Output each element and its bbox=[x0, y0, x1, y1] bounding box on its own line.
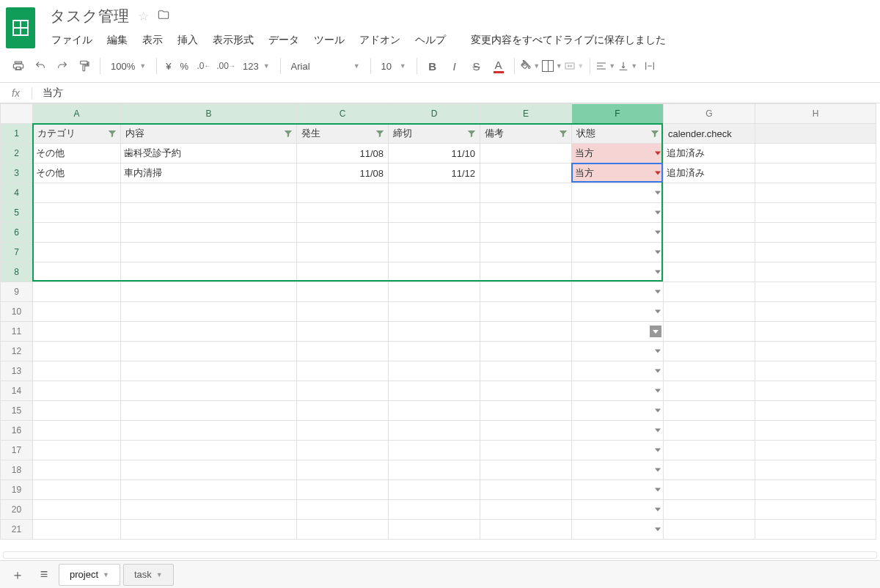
cell-H19[interactable] bbox=[755, 480, 876, 500]
cell-A12[interactable] bbox=[33, 342, 121, 361]
cell-A6[interactable] bbox=[33, 223, 121, 243]
cell-C4[interactable] bbox=[297, 183, 389, 203]
cell-F20[interactable] bbox=[572, 500, 664, 520]
cell-B9[interactable] bbox=[121, 282, 297, 302]
cell-E16[interactable] bbox=[480, 421, 572, 441]
cell-B4[interactable] bbox=[121, 183, 297, 203]
cell-E19[interactable] bbox=[480, 480, 572, 500]
row-header-14[interactable]: 14 bbox=[1, 381, 33, 401]
sheet-tab-project[interactable]: project▼ bbox=[59, 564, 120, 586]
cell-A4[interactable] bbox=[33, 183, 121, 203]
cell-H17[interactable] bbox=[755, 441, 876, 460]
row-header-9[interactable]: 9 bbox=[1, 282, 33, 302]
merge-cells-button[interactable]: ▼ bbox=[563, 56, 585, 76]
cell-H4[interactable] bbox=[755, 183, 876, 203]
cell-D21[interactable] bbox=[389, 520, 480, 540]
cell-H12[interactable] bbox=[755, 342, 876, 361]
cell-E3[interactable] bbox=[480, 163, 572, 183]
cell-C17[interactable] bbox=[297, 441, 389, 460]
column-header-E[interactable]: E bbox=[480, 104, 572, 124]
cell-G6[interactable] bbox=[664, 223, 755, 243]
dropdown-caret-icon[interactable] bbox=[655, 251, 661, 254]
cell-C18[interactable] bbox=[297, 460, 389, 480]
cell-H11[interactable] bbox=[755, 322, 876, 342]
cell-C2[interactable]: 11/08 bbox=[297, 144, 389, 163]
cell-F12[interactable] bbox=[572, 342, 664, 361]
header-cell-A[interactable]: カテゴリ bbox=[33, 124, 121, 144]
add-sheet-button[interactable]: ＋ bbox=[6, 564, 29, 586]
decrease-decimal-icon[interactable]: .0← bbox=[193, 56, 215, 76]
cell-B13[interactable] bbox=[121, 361, 297, 381]
cell-D7[interactable] bbox=[389, 243, 480, 262]
cell-B2[interactable]: 歯科受診予約 bbox=[121, 144, 297, 163]
cell-D10[interactable] bbox=[389, 302, 480, 322]
sheet-tab-task[interactable]: task▼ bbox=[123, 564, 174, 586]
cell-E15[interactable] bbox=[480, 401, 572, 421]
cell-F4[interactable] bbox=[572, 183, 664, 203]
dropdown-caret-icon[interactable] bbox=[655, 290, 661, 294]
cell-E11[interactable] bbox=[480, 322, 572, 342]
cell-A2[interactable]: その他 bbox=[33, 144, 121, 163]
italic-button[interactable]: I bbox=[444, 56, 466, 76]
menu-tools[interactable]: ツール bbox=[307, 31, 352, 50]
cell-C14[interactable] bbox=[297, 381, 389, 401]
cell-F3[interactable]: 当方 bbox=[572, 163, 664, 183]
cell-E5[interactable] bbox=[480, 203, 572, 223]
cell-G4[interactable] bbox=[664, 183, 755, 203]
cell-B10[interactable] bbox=[121, 302, 297, 322]
cell-H7[interactable] bbox=[755, 243, 876, 262]
dropdown-caret-icon[interactable] bbox=[655, 350, 661, 353]
cell-F8[interactable] bbox=[572, 262, 664, 282]
cell-E17[interactable] bbox=[480, 441, 572, 460]
row-header-15[interactable]: 15 bbox=[1, 401, 33, 421]
cell-E12[interactable] bbox=[480, 342, 572, 361]
cell-C3[interactable]: 11/08 bbox=[297, 163, 389, 183]
fill-color-button[interactable]: ▼ bbox=[519, 56, 541, 76]
undo-icon[interactable] bbox=[29, 56, 51, 76]
dropdown-caret-icon[interactable] bbox=[655, 152, 661, 155]
cell-G5[interactable] bbox=[664, 203, 755, 223]
font-select[interactable]: Arial▼ bbox=[285, 56, 366, 76]
dropdown-caret-icon[interactable] bbox=[655, 310, 661, 314]
column-header-B[interactable]: B bbox=[121, 104, 297, 124]
borders-button[interactable]: ▼ bbox=[541, 56, 563, 76]
star-icon[interactable]: ☆ bbox=[138, 9, 149, 24]
cell-C11[interactable] bbox=[297, 322, 389, 342]
more-formats[interactable]: 123▼ bbox=[237, 56, 276, 76]
text-color-button[interactable]: A bbox=[488, 56, 510, 76]
header-cell-D[interactable]: 締切 bbox=[389, 124, 480, 144]
row-header-12[interactable]: 12 bbox=[1, 342, 33, 361]
cell-C19[interactable] bbox=[297, 480, 389, 500]
cell-G16[interactable] bbox=[664, 421, 755, 441]
cell-D2[interactable]: 11/10 bbox=[389, 144, 480, 163]
cell-F15[interactable] bbox=[572, 401, 664, 421]
cell-E13[interactable] bbox=[480, 361, 572, 381]
cell-C13[interactable] bbox=[297, 361, 389, 381]
cell-D8[interactable] bbox=[389, 262, 480, 282]
all-sheets-button[interactable]: ≡ bbox=[32, 564, 56, 586]
cell-A15[interactable] bbox=[33, 401, 121, 421]
cell-G11[interactable] bbox=[664, 322, 755, 342]
cell-G18[interactable] bbox=[664, 460, 755, 480]
cell-A13[interactable] bbox=[33, 361, 121, 381]
row-header-4[interactable]: 4 bbox=[1, 183, 33, 203]
cell-A10[interactable] bbox=[33, 302, 121, 322]
dropdown-caret-icon[interactable] bbox=[655, 429, 661, 433]
cell-B7[interactable] bbox=[121, 243, 297, 262]
cell-B18[interactable] bbox=[121, 460, 297, 480]
cell-E9[interactable] bbox=[480, 282, 572, 302]
cell-F14[interactable] bbox=[572, 381, 664, 401]
cell-G9[interactable] bbox=[664, 282, 755, 302]
dropdown-caret-icon[interactable] bbox=[655, 370, 661, 373]
row-header-11[interactable]: 11 bbox=[1, 322, 33, 342]
cell-G12[interactable] bbox=[664, 342, 755, 361]
header-cell-H[interactable] bbox=[755, 124, 876, 144]
cell-C21[interactable] bbox=[297, 520, 389, 540]
cell-E8[interactable] bbox=[480, 262, 572, 282]
filter-icon[interactable] bbox=[466, 128, 477, 139]
format-percent[interactable]: % bbox=[175, 61, 193, 72]
cell-D12[interactable] bbox=[389, 342, 480, 361]
cell-D17[interactable] bbox=[389, 441, 480, 460]
redo-icon[interactable] bbox=[51, 56, 73, 76]
column-header-C[interactable]: C bbox=[297, 104, 389, 124]
